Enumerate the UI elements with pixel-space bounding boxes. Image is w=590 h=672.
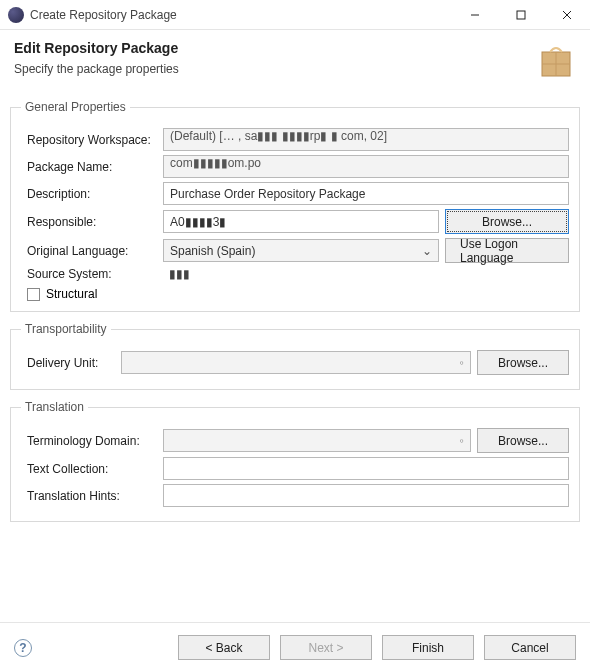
text-collection-input[interactable] bbox=[163, 457, 569, 480]
package-icon bbox=[536, 40, 576, 80]
delivery-unit-browse-button[interactable]: Browse... bbox=[477, 350, 569, 375]
repo-workspace-field: (Default) [… , sa▮▮▮ ▮▮▮▮rp▮ ▮ com, 02] bbox=[163, 128, 569, 151]
orig-lang-select[interactable]: Spanish (Spain) ⌄ bbox=[163, 239, 439, 262]
translation-legend: Translation bbox=[21, 400, 88, 414]
translation-hints-label: Translation Hints: bbox=[21, 489, 163, 503]
translation-hints-input[interactable] bbox=[163, 484, 569, 507]
responsible-browse-button[interactable]: Browse... bbox=[445, 209, 569, 234]
responsible-label: Responsible: bbox=[21, 215, 163, 229]
translation-group: Translation Terminology Domain: ◦ Browse… bbox=[10, 400, 580, 522]
responsible-input[interactable] bbox=[163, 210, 439, 233]
package-name-label: Package Name: bbox=[21, 160, 163, 174]
description-input[interactable] bbox=[163, 182, 569, 205]
window-title: Create Repository Package bbox=[30, 8, 452, 22]
structural-label: Structural bbox=[46, 287, 97, 301]
orig-lang-label: Original Language: bbox=[21, 244, 163, 258]
package-name-field: com▮▮▮▮▮om.po bbox=[163, 155, 569, 178]
back-button[interactable]: < Back bbox=[178, 635, 270, 660]
orig-lang-value: Spanish (Spain) bbox=[170, 244, 255, 258]
titlebar: Create Repository Package bbox=[0, 0, 590, 30]
general-legend: General Properties bbox=[21, 100, 130, 114]
description-label: Description: bbox=[21, 187, 163, 201]
clear-icon[interactable]: ◦ bbox=[459, 355, 464, 370]
next-button: Next > bbox=[280, 635, 372, 660]
term-domain-label: Terminology Domain: bbox=[21, 434, 163, 448]
text-collection-label: Text Collection: bbox=[21, 462, 163, 476]
app-icon bbox=[8, 7, 24, 23]
transportability-group: Transportability Delivery Unit: ◦ Browse… bbox=[10, 322, 580, 390]
help-button[interactable]: ? bbox=[14, 639, 32, 657]
delivery-unit-label: Delivery Unit: bbox=[21, 356, 121, 370]
minimize-button[interactable] bbox=[452, 0, 498, 30]
delivery-unit-field[interactable]: ◦ bbox=[121, 351, 471, 374]
structural-checkbox[interactable]: Structural bbox=[21, 287, 569, 301]
page-title: Edit Repository Package bbox=[14, 40, 536, 56]
repo-workspace-label: Repository Workspace: bbox=[21, 133, 163, 147]
checkbox-box-icon bbox=[27, 288, 40, 301]
dialog-header: Edit Repository Package Specify the pack… bbox=[0, 30, 590, 92]
general-properties-group: General Properties Repository Workspace:… bbox=[10, 100, 580, 312]
close-button[interactable] bbox=[544, 0, 590, 30]
cancel-button[interactable]: Cancel bbox=[484, 635, 576, 660]
svg-rect-1 bbox=[517, 11, 525, 19]
wizard-footer: ? < Back Next > Finish Cancel bbox=[0, 622, 590, 672]
finish-button[interactable]: Finish bbox=[382, 635, 474, 660]
chevron-down-icon: ⌄ bbox=[422, 244, 432, 258]
source-system-label: Source System: bbox=[21, 267, 163, 281]
term-domain-browse-button[interactable]: Browse... bbox=[477, 428, 569, 453]
maximize-button[interactable] bbox=[498, 0, 544, 30]
page-subtitle: Specify the package properties bbox=[14, 62, 536, 76]
use-logon-language-button[interactable]: Use Logon Language bbox=[445, 238, 569, 263]
transport-legend: Transportability bbox=[21, 322, 111, 336]
term-domain-field[interactable]: ◦ bbox=[163, 429, 471, 452]
clear-icon[interactable]: ◦ bbox=[459, 433, 464, 448]
source-system-value: ▮▮▮ bbox=[163, 267, 190, 281]
